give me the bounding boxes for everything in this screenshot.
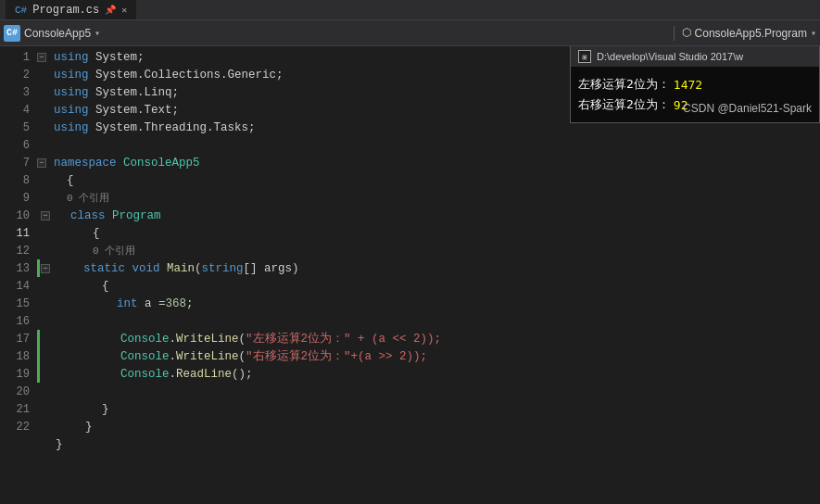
console-title-text: D:\develop\Visual Studio 2017\w: [597, 51, 743, 62]
method-main: Main: [167, 262, 195, 275]
str-16: "右移运算2位为："+(a >> 2));: [246, 348, 427, 364]
nav-method-name[interactable]: ConsoleApp5.Program: [695, 27, 807, 40]
kw-int: int: [117, 297, 138, 310]
line-num-6: 6: [0, 136, 37, 154]
code-line-8: {: [37, 171, 820, 189]
ref-hint-1: 0 个引用: [67, 191, 109, 205]
kw-void: void: [132, 262, 160, 275]
code-7-rest: [117, 157, 124, 170]
line-num-11: 11: [0, 224, 37, 242]
nav-project-dropdown[interactable]: ▾: [95, 28, 100, 39]
code-line-11: − static void Main ( string [] args): [37, 259, 820, 277]
writeline-15: WriteLine: [176, 333, 239, 346]
code-line-17: Console . ReadLine ();: [37, 365, 820, 383]
code-5-rest: System.Threading.Tasks;: [89, 121, 256, 134]
line-num-8: 8: [0, 171, 37, 189]
console-label-2: 右移运算2位为：: [578, 96, 670, 113]
console-17: Console: [120, 368, 170, 381]
kw-using-3: using: [54, 86, 89, 99]
line-num-22: 22: [0, 418, 37, 435]
code-11-rest: (: [195, 262, 202, 275]
code-line-19: }: [37, 400, 820, 418]
line-num-16: 16: [0, 312, 37, 330]
nav-left: C# ConsoleApp5 ▾: [4, 25, 666, 42]
code-2-rest: System.Collections.Generic;: [89, 69, 284, 82]
sp3: a =: [138, 297, 166, 310]
kw-class: class: [70, 209, 106, 222]
class-name: Program: [112, 209, 161, 222]
code-line-ref-main: 0 个引用: [37, 242, 820, 259]
code-12-brace: {: [102, 280, 109, 293]
code-21-brace: }: [56, 438, 63, 451]
sp2: [160, 262, 168, 275]
nav-project-name[interactable]: ConsoleApp5: [24, 27, 91, 40]
nav-method-icon: ⬡: [682, 26, 691, 40]
line-num-1: 1: [0, 48, 37, 66]
namespace-name: ConsoleApp5: [123, 157, 200, 170]
code-3-rest: System.Linq;: [89, 86, 180, 99]
line-num-20: 20: [0, 383, 37, 400]
num-368: 368: [166, 297, 187, 310]
close-tab-icon[interactable]: ✕: [121, 5, 127, 16]
tab-filename: Program.cs: [32, 4, 99, 17]
writeline-16: WriteLine: [176, 350, 239, 363]
nav-method-dropdown[interactable]: ▾: [811, 28, 816, 39]
pin-icon[interactable]: 📌: [105, 5, 116, 16]
file-tab[interactable]: C# Program.cs 📌 ✕: [6, 0, 136, 19]
kw-string: string: [202, 262, 244, 275]
console-label-1: 左移运算2位为：: [578, 76, 670, 93]
code-1-rest: System;: [89, 51, 145, 64]
console-16: Console: [120, 350, 170, 363]
line-num-21: 21: [0, 400, 37, 418]
line-numbers: 1 2 3 4 5 6 7 8 9 10 11 12 13 14 15 16 1…: [0, 46, 37, 504]
line-num-19: 19: [0, 365, 37, 383]
code-line-12: {: [37, 277, 820, 295]
sp1: [125, 262, 132, 275]
code-line-18: [37, 383, 820, 400]
kw-using-1: using: [54, 51, 89, 64]
nav-bar: C# ConsoleApp5 ▾ ⬡ ConsoleApp5.Program ▾: [0, 20, 820, 46]
code-17-rest: ();: [232, 368, 253, 381]
line-num-5: 5: [0, 119, 37, 136]
title-bar: C# Program.cs 📌 ✕: [0, 0, 820, 20]
line-num-10: 10: [0, 207, 37, 224]
console-title-bar: ▣ D:\develop\Visual Studio 2017\w: [571, 46, 819, 67]
code-line-13: int a = 368 ;: [37, 295, 820, 312]
nav-separator: [674, 26, 675, 41]
green-bar-16: [37, 347, 40, 365]
kw-namespace: namespace: [54, 157, 117, 170]
kw-using-5: using: [54, 121, 89, 134]
fold-btn-11[interactable]: −: [41, 264, 50, 273]
line-num-3: 3: [0, 83, 37, 101]
nav-cs-icon: C#: [4, 25, 20, 42]
paren-15: (: [239, 333, 246, 346]
code-line-10: {: [37, 224, 820, 242]
code-4-rest: System.Text;: [89, 104, 180, 117]
line-num-14: 14: [0, 277, 37, 295]
code-line-16: Console . WriteLine ( "右移运算2位为："+(a >> 2…: [37, 347, 820, 365]
line-num-4: 4: [0, 101, 37, 119]
code-line-9b: − class Program: [37, 207, 820, 224]
dot-17: .: [170, 368, 177, 381]
code-line-9: 0 个引用: [37, 189, 820, 207]
ref-hint-2: 0 个引用: [93, 244, 135, 258]
code-line-20: }: [37, 418, 820, 435]
line-num-17: 17: [0, 330, 37, 347]
semi1: ;: [186, 297, 194, 310]
editor-area: 1 2 3 4 5 6 7 8 9 10 11 12 13 14 15 16 1…: [0, 46, 820, 504]
paren-16: (: [239, 350, 246, 363]
console-overlay: ▣ D:\develop\Visual Studio 2017\w 左移运算2位…: [570, 46, 820, 123]
kw-using-4: using: [54, 104, 89, 117]
code-line-21: }: [37, 435, 820, 453]
code-19-brace: }: [102, 403, 109, 416]
fold-btn-1[interactable]: −: [37, 53, 46, 62]
fold-btn-9[interactable]: −: [41, 211, 50, 220]
kw-using-2: using: [54, 69, 89, 82]
console-value-1: 1472: [674, 78, 702, 92]
line-num-13: 13: [0, 259, 37, 277]
code-line-15: Console . WriteLine ( "左移运算2位为：" + (a <<…: [37, 330, 820, 347]
fold-btn-7[interactable]: −: [37, 158, 46, 168]
readline-17: ReadLine: [176, 368, 232, 381]
line-num-15: 15: [0, 295, 37, 312]
code-line-22: [37, 453, 820, 471]
